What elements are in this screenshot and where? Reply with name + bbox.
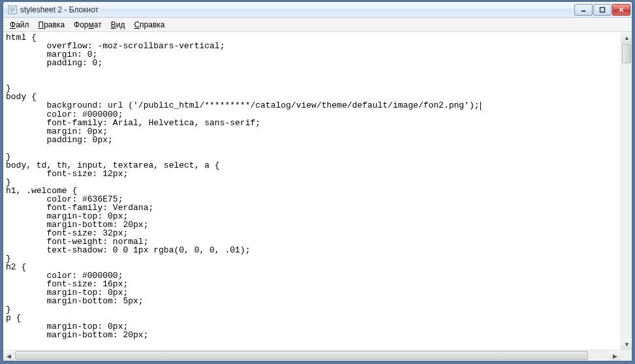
close-button[interactable] [612,4,630,16]
text-editor[interactable]: html { overflow: -moz-scrollbars-vertica… [3,32,621,350]
horizontal-scrollbar[interactable]: ◀ ▶ [3,350,621,361]
scroll-right-icon[interactable]: ▶ [610,350,621,361]
menubar: Файл Правка Формат Вид Справка [3,18,632,32]
menu-view[interactable]: Вид [107,19,129,31]
vertical-scrollbar[interactable]: ▲ ▼ [621,32,632,350]
minimize-button[interactable] [574,4,593,16]
svg-rect-6 [600,7,605,12]
titlebar[interactable]: stylesheet 2 - Блокнот [3,2,632,18]
menu-file[interactable]: Файл [6,19,33,31]
scroll-up-icon[interactable]: ▲ [621,32,632,43]
vertical-scroll-thumb[interactable] [622,44,631,63]
window-title: stylesheet 2 - Блокнот [20,5,574,14]
scroll-down-icon[interactable]: ▼ [621,339,632,350]
menu-edit[interactable]: Правка [35,19,69,31]
menu-format[interactable]: Формат [70,19,106,31]
menu-help[interactable]: Справка [130,19,168,31]
client-area: html { overflow: -moz-scrollbars-vertica… [3,32,632,361]
horizontal-scroll-thumb[interactable] [15,351,588,360]
maximize-button[interactable] [593,4,612,16]
svg-rect-0 [8,6,16,14]
scroll-corner [621,350,632,361]
scroll-left-icon[interactable]: ◀ [3,350,14,361]
notepad-window: stylesheet 2 - Блокнот Файл Правка Форма… [3,1,632,361]
window-buttons [574,4,630,16]
notepad-icon [7,5,18,15]
